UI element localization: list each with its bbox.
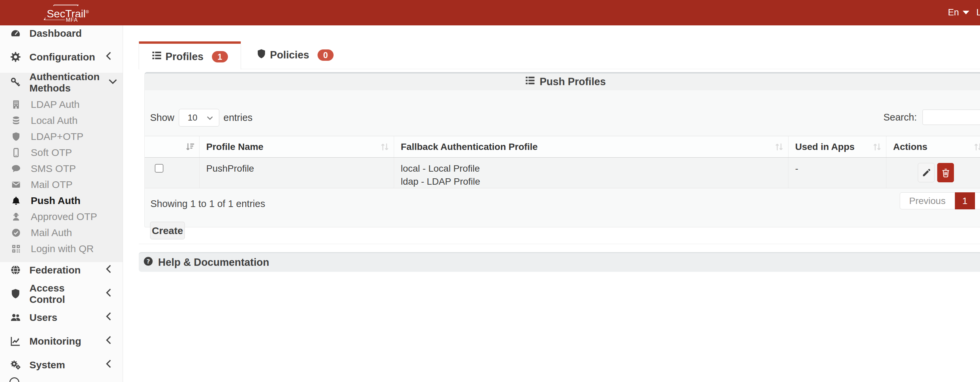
language-selector[interactable]: En	[948, 7, 969, 18]
content-divider	[139, 244, 980, 244]
sidebar-item-sms-otp[interactable]: SMS OTP	[0, 161, 123, 177]
sidebar-item-access-control[interactable]: Access Control	[0, 286, 123, 309]
tab-policies[interactable]: Policies 0	[241, 41, 349, 69]
pagination-page-1[interactable]: 1	[955, 192, 975, 209]
search-label: Search:	[883, 112, 917, 123]
mobile-icon	[10, 148, 22, 157]
panel-title: Push Profiles	[539, 76, 606, 88]
page-length-select[interactable]: 10	[179, 109, 219, 127]
pagination: Previous 1 Next	[900, 192, 980, 209]
sidebar-item-label: Mail Auth	[31, 227, 72, 238]
tab-label: Policies	[270, 49, 309, 61]
profiles-table: Profile Name Fallback Authentication Pro…	[145, 136, 980, 188]
profile-name-cell: PushProfile	[199, 158, 394, 188]
auth-methods-group: Authentication Methods LDAP Auth Local A…	[0, 73, 123, 262]
sort-both-icon[interactable]	[774, 142, 784, 154]
search-input[interactable]	[923, 109, 980, 125]
sidebar-item-users[interactable]: Users	[0, 309, 123, 333]
pagination-next[interactable]: Next	[975, 192, 980, 209]
sidebar-item-authentication-methods[interactable]: Authentication Methods	[0, 73, 123, 97]
sidebar-item-label: Push Auth	[31, 195, 81, 206]
sidebar-item-label: Dashboard	[29, 28, 82, 39]
sidebar-item-push-auth[interactable]: Push Auth	[0, 193, 123, 209]
sidebar-item-login-with-qr[interactable]: Login with QR	[0, 241, 123, 257]
sidebar-item-label: Federation	[29, 265, 81, 276]
topbar-link-partial[interactable]: L	[976, 7, 980, 18]
sidebar-item-mail-otp[interactable]: Mail OTP	[0, 177, 123, 193]
envelope-icon	[10, 180, 22, 189]
delete-button[interactable]	[937, 163, 954, 182]
sort-both-icon[interactable]	[872, 142, 882, 154]
language-label: En	[948, 7, 959, 18]
shield-icon	[10, 288, 21, 299]
column-header-used-in-apps[interactable]: Used in Apps	[788, 136, 886, 157]
sidebar-item-dashboard[interactable]: Dashboard	[0, 25, 123, 49]
sidebar-item-label: System	[29, 359, 65, 371]
sidebar-item-label: Mail OTP	[31, 179, 73, 190]
gear-icon	[10, 52, 21, 62]
sidebar-item-mail-auth[interactable]: Mail Auth	[0, 225, 123, 241]
chevron-left-icon	[103, 359, 114, 371]
qr-code-icon	[10, 244, 22, 254]
sidebar-item-label: Approved OTP	[31, 211, 97, 222]
sidebar-item-label: Access Control	[29, 282, 95, 305]
panel-body: Show 10 entries Search: Pr	[145, 90, 980, 227]
sidebar-item-ldap-otp[interactable]: LDAP+OTP	[0, 128, 123, 144]
sort-amount-icon[interactable]	[185, 142, 195, 154]
help-title: Help & Documentation	[158, 257, 269, 268]
chevron-down-icon	[206, 114, 213, 122]
tab-profiles[interactable]: Profiles 1	[139, 41, 241, 70]
row-checkbox[interactable]	[155, 164, 164, 173]
chart-line-icon	[10, 336, 21, 346]
show-label: Show	[150, 112, 175, 123]
used-in-apps-cell: -	[788, 158, 886, 188]
database-icon	[10, 116, 22, 125]
panel-heading: Push Profiles	[145, 73, 980, 90]
sidebar-item-configuration[interactable]: Configuration	[0, 49, 123, 73]
sort-both-icon[interactable]	[973, 142, 980, 154]
users-icon	[10, 312, 21, 323]
shield-icon	[256, 49, 266, 62]
sidebar-item-ldap-auth[interactable]: LDAP Auth	[0, 97, 123, 113]
create-button[interactable]: Create	[150, 222, 185, 239]
sidebar-item-local-auth[interactable]: Local Auth	[0, 113, 123, 128]
sidebar-item-label: Users	[29, 312, 57, 323]
actions-cell	[886, 158, 980, 188]
topbar: SecTrail® MFA En L	[0, 0, 980, 25]
column-header-profile-name[interactable]: Profile Name	[199, 136, 394, 157]
tab-label: Profiles	[165, 51, 204, 63]
column-label: Profile Name	[206, 141, 263, 152]
table-search-control: Search:	[883, 109, 980, 125]
column-header-fallback-profile[interactable]: Fallback Authentication Profile	[394, 136, 788, 157]
chevron-left-icon	[103, 264, 114, 276]
column-header-actions[interactable]: Actions	[886, 136, 980, 157]
used-in-apps-value: -	[795, 163, 798, 174]
sidebar-item-label: Authentication Methods	[29, 71, 100, 94]
cogs-icon	[10, 360, 21, 370]
sort-both-icon[interactable]	[380, 142, 390, 154]
sidebar-item-label: LDAP Auth	[31, 99, 80, 110]
help-documentation-bar[interactable]: Help & Documentation	[139, 252, 980, 272]
sidebar-item-label: LDAP+OTP	[31, 131, 84, 142]
edit-button[interactable]	[918, 163, 935, 182]
caret-down-icon	[963, 11, 969, 14]
column-label: Used in Apps	[795, 141, 855, 152]
table-length-control: Show 10 entries	[150, 109, 253, 127]
fallback-line: local - Local Profile	[401, 162, 781, 175]
sidebar-item-monitoring[interactable]: Monitoring	[0, 333, 123, 357]
sidebar-item-approved-otp[interactable]: Approved OTP	[0, 209, 123, 225]
pagination-previous[interactable]: Previous	[900, 192, 955, 209]
column-label: Fallback Authentication Profile	[401, 141, 538, 152]
tab-bar: Profiles 1 Policies 0	[139, 41, 980, 69]
fallback-line: ldap - LDAP Profile	[401, 175, 781, 188]
sidebar-item-system[interactable]: System	[0, 357, 123, 380]
profile-name-value: PushProfile	[206, 163, 254, 174]
row-select-cell	[145, 158, 199, 188]
column-header-select[interactable]	[145, 136, 199, 157]
key-icon	[10, 77, 21, 87]
brand-logo[interactable]: SecTrail® MFA	[43, 2, 84, 23]
check-circle-icon	[10, 228, 22, 238]
column-label: Actions	[893, 141, 928, 152]
sidebar-item-soft-otp[interactable]: Soft OTP	[0, 144, 123, 161]
fallback-profile-cell: local - Local Profile ldap - LDAP Profil…	[394, 158, 788, 188]
